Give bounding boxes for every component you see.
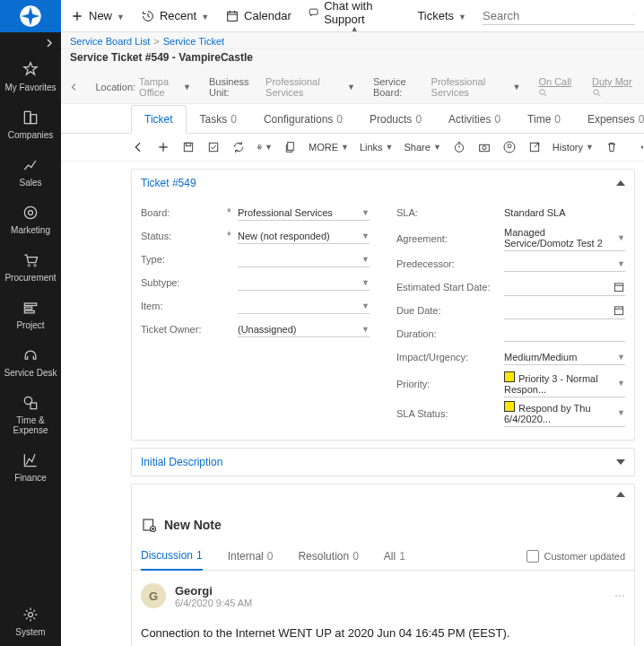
tab-products[interactable]: Products0	[356, 105, 435, 134]
share-menu[interactable]: Share▼	[405, 142, 441, 153]
sla-status-select[interactable]: Respond by Thu 6/4/2020...▼	[504, 399, 625, 427]
business-unit-label: Business Unit:	[209, 76, 262, 98]
chevron-left-icon[interactable]	[70, 83, 77, 92]
nav-sales[interactable]: Sales	[0, 149, 61, 196]
timer-button[interactable]	[452, 139, 466, 155]
type-select[interactable]: ▼	[238, 251, 370, 267]
camera-button[interactable]	[477, 139, 492, 155]
finance-icon	[22, 451, 39, 469]
nav-my-favorites[interactable]: My Favorites	[0, 54, 61, 101]
nav-project[interactable]: Project	[0, 292, 61, 339]
note-tab-internal[interactable]: Internal0	[228, 543, 274, 570]
collapse-toggle[interactable]	[616, 180, 625, 186]
est-start-input[interactable]	[504, 279, 625, 296]
add-button[interactable]	[156, 139, 170, 155]
on-call-link[interactable]: On Call	[538, 76, 576, 98]
status-label: Status:	[141, 231, 222, 241]
expand-toggle[interactable]	[616, 459, 625, 465]
more-menu[interactable]: MORE▼	[309, 142, 349, 153]
save-close-button[interactable]	[206, 139, 221, 155]
print-button[interactable]: ▼	[257, 139, 273, 155]
svg-rect-3	[30, 115, 37, 124]
service-board-select[interactable]: Professional Services ▼	[431, 76, 521, 98]
new-note-button[interactable]: New Note	[132, 504, 634, 542]
ticket-card-title: Ticket #549	[141, 177, 196, 189]
due-date-input[interactable]	[504, 302, 625, 319]
tab-activities[interactable]: Activities0	[435, 105, 514, 134]
note-tab-discussion[interactable]: Discussion1	[141, 542, 203, 571]
save-button[interactable]	[181, 139, 196, 155]
nav-system[interactable]: System	[0, 598, 61, 646]
tab-tasks[interactable]: Tasks0	[187, 105, 250, 134]
overflow-button[interactable]: ⋯	[640, 139, 644, 155]
subtype-select[interactable]: ▼	[238, 275, 370, 291]
breadcrumb-current: Service Ticket	[163, 36, 224, 47]
duration-input[interactable]	[504, 326, 625, 342]
duty-mgr-link[interactable]: Duty Mgr	[592, 76, 635, 98]
nav-companies[interactable]: Companies	[0, 101, 61, 149]
location-select[interactable]: Tampa Office ▼	[139, 76, 191, 98]
refresh-button[interactable]	[231, 139, 246, 155]
popout-button[interactable]	[527, 139, 542, 155]
gear-icon	[22, 606, 39, 624]
copy-button[interactable]	[283, 139, 298, 155]
status-select[interactable]: New (not responded)▼	[238, 228, 370, 244]
chat-support-button[interactable]: Chat with Support▲	[308, 0, 402, 33]
chevron-up-icon: ▲	[351, 24, 359, 33]
recent-menu[interactable]: Recent▼	[141, 9, 209, 23]
business-unit-select[interactable]: Professional Services ▼	[265, 76, 355, 98]
priority-select[interactable]: Priority 3 - Normal Respon...▼	[504, 370, 625, 397]
customer-updated-checkbox[interactable]	[527, 550, 539, 563]
sla-value: Standard SLA	[504, 205, 625, 220]
trash-icon	[605, 140, 619, 154]
topbar: New▼ Recent▼ Calendar Chat with Support▲…	[61, 0, 644, 32]
user-button[interactable]	[502, 139, 517, 155]
tickets-menu[interactable]: Tickets▼	[417, 9, 466, 22]
delete-button[interactable]	[605, 139, 619, 155]
nav-marketing[interactable]: Marketing	[0, 196, 61, 244]
page-title: Service Ticket #549 - VampireCastle	[61, 49, 644, 71]
svg-rect-14	[228, 12, 238, 21]
history-menu[interactable]: History▼	[553, 142, 594, 153]
agreement-select[interactable]: Managed Service/Domotz Test 2▼	[504, 225, 625, 251]
refresh-icon	[231, 140, 246, 154]
app-logo[interactable]	[0, 0, 61, 32]
new-menu[interactable]: New▼	[70, 9, 125, 23]
svg-point-13	[29, 613, 33, 617]
global-search[interactable]	[483, 7, 635, 25]
impact-select[interactable]: Medium/Medium▼	[504, 349, 625, 365]
svg-rect-32	[614, 283, 622, 291]
breadcrumb-link-board-list[interactable]: Service Board List	[70, 36, 150, 47]
calendar-button[interactable]: Calendar	[225, 9, 292, 23]
search-icon	[633, 9, 635, 22]
svg-point-30	[508, 144, 511, 148]
copy-icon	[283, 140, 298, 154]
collapse-toggle[interactable]	[616, 492, 625, 497]
tab-expenses[interactable]: Expenses0	[574, 105, 644, 134]
svg-rect-8	[24, 303, 36, 306]
subtype-label: Subtype:	[141, 277, 222, 288]
owner-select[interactable]: (Unassigned)▼	[238, 321, 370, 337]
search-input[interactable]	[483, 9, 633, 22]
item-select[interactable]: ▼	[238, 298, 370, 314]
post-menu[interactable]: ⋯	[614, 589, 625, 602]
board-select[interactable]: Professional Services▼	[238, 205, 370, 221]
breadcrumb: Service Board List>Service Ticket	[61, 32, 644, 49]
predecessor-select[interactable]: ▼	[504, 256, 625, 272]
nav-collapse-button[interactable]	[0, 32, 61, 54]
note-tab-resolution[interactable]: Resolution0	[298, 543, 358, 570]
nav-procurement[interactable]: Procurement	[0, 244, 61, 292]
nav-service-desk[interactable]: Service Desk	[0, 339, 61, 387]
svg-point-5	[29, 211, 33, 215]
nav-time-expense[interactable]: Time & Expense	[0, 387, 61, 444]
tab-configurations[interactable]: Configurations0	[250, 105, 356, 134]
back-button[interactable]	[131, 139, 145, 155]
agreement-label: Agreement:	[396, 233, 504, 244]
links-menu[interactable]: Links▼	[360, 142, 394, 153]
note-tab-all[interactable]: All1	[384, 543, 405, 570]
tab-ticket[interactable]: Ticket	[131, 105, 187, 134]
tab-time[interactable]: Time0	[514, 105, 574, 134]
nav-finance[interactable]: Finance	[0, 444, 61, 492]
svg-rect-9	[24, 307, 31, 310]
impact-label: Impact/Urgency:	[396, 352, 504, 362]
